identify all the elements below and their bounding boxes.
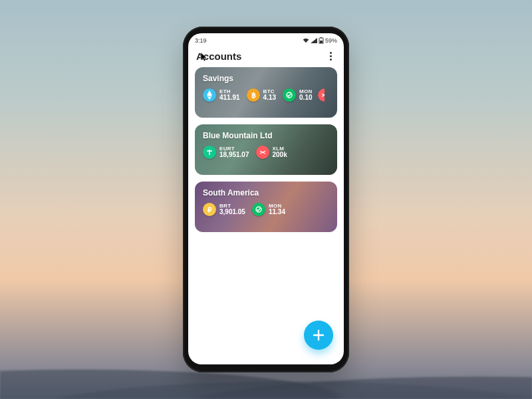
balance-item: XLM 200k [256, 146, 287, 159]
statusbar-time: 3:19 [195, 37, 207, 44]
svg-rect-1 [320, 41, 323, 43]
accounts-list: Savings ETH 411.91 [188, 67, 344, 232]
add-account-button[interactable] [304, 321, 333, 350]
overflow-balance-indicator [318, 88, 325, 102]
account-name: South America [203, 188, 329, 198]
phone-screen: 3:19 59% Accounts [188, 33, 344, 364]
balance-symbol: MON [299, 89, 313, 94]
mon-icon [252, 203, 265, 216]
balance-symbol: BRT [219, 203, 245, 209]
balance-item: ₽ BRT 3,901.05 [203, 203, 245, 216]
account-card-savings[interactable]: Savings ETH 411.91 [195, 67, 337, 118]
balance-value: 200k [273, 152, 287, 159]
svg-text:฿: ฿ [251, 91, 255, 99]
balance-symbol: EURT [219, 146, 249, 152]
balance-row: EURT 18,951.07 XLM 200k [203, 146, 329, 159]
account-name: Savings [203, 74, 329, 83]
balance-symbol: XLM [273, 146, 287, 152]
balance-value: 4.13 [263, 94, 276, 102]
balance-symbol: BTC [263, 89, 276, 94]
balance-item: ETH 411.91 [203, 88, 240, 102]
svg-text:₽: ₽ [207, 206, 212, 213]
plus-icon [311, 328, 326, 342]
balance-value: 411.91 [219, 94, 240, 102]
balance-item: MON 0.10 [283, 88, 313, 102]
statusbar-right: 59% [303, 37, 337, 44]
balance-symbol: MON [269, 203, 285, 209]
battery-icon [319, 37, 324, 44]
balance-row: ₽ BRT 3,901.05 MON [203, 203, 329, 216]
account-name: Blue Mountain Ltd [203, 131, 329, 140]
eth-icon [203, 88, 216, 102]
balance-item: ฿ BTC 4.13 [247, 88, 276, 102]
wallpaper-background: 3:19 59% Accounts [0, 0, 532, 399]
appbar: Accounts [188, 47, 344, 67]
balance-symbol: ETH [219, 89, 240, 94]
balance-value: 3,901.05 [219, 209, 245, 216]
btc-icon: ฿ [247, 88, 260, 102]
balance-item: EURT 18,951.07 [203, 146, 249, 159]
balance-value: 11.34 [269, 209, 285, 216]
eurt-icon [203, 146, 216, 159]
xlm-icon [318, 88, 325, 102]
wifi-icon [303, 38, 309, 43]
account-card-south-america[interactable]: South America ₽ BRT 3,901.05 [195, 182, 337, 232]
page-title-text: Accounts [196, 51, 241, 62]
balance-item: MON 11.34 [252, 203, 285, 216]
balance-value: 18,951.07 [219, 152, 249, 159]
statusbar: 3:19 59% [188, 33, 344, 47]
page-title: Accounts [196, 51, 241, 62]
overflow-menu-button[interactable] [325, 51, 336, 62]
statusbar-battery-text: 59% [325, 37, 337, 44]
balance-row: ETH 411.91 ฿ BTC 4.13 [203, 88, 329, 102]
brt-icon: ₽ [203, 203, 216, 216]
svg-rect-2 [321, 37, 322, 38]
balance-value: 0.10 [299, 94, 313, 102]
xlm-icon [256, 146, 269, 159]
phone-frame: 3:19 59% Accounts [183, 27, 349, 372]
mon-icon [283, 88, 296, 102]
signal-icon [311, 38, 317, 43]
account-card-blue-mountain[interactable]: Blue Mountain Ltd EURT 18,951.07 [195, 124, 337, 175]
